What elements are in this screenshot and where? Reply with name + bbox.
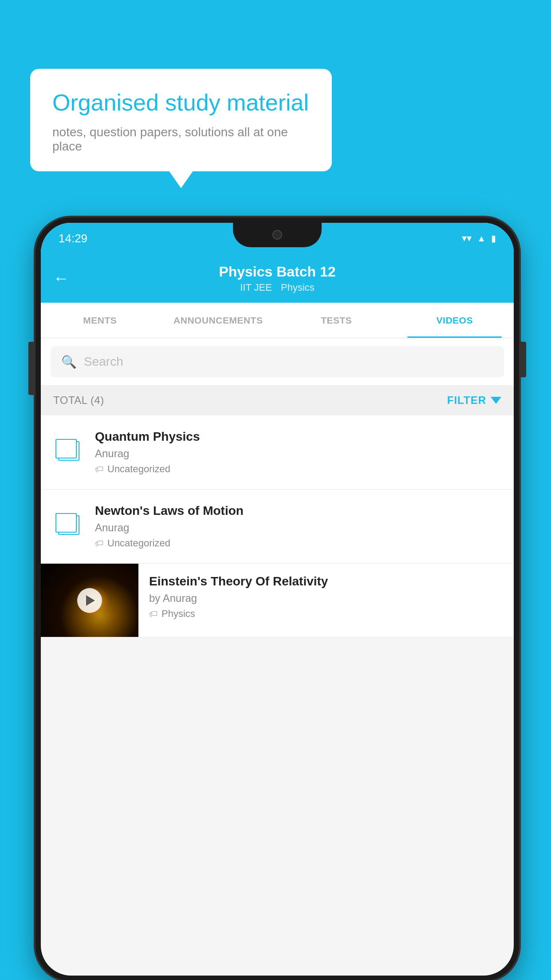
- filter-label: FILTER: [447, 394, 486, 407]
- filter-bar: TOTAL (4) FILTER: [41, 385, 514, 415]
- thumb-item-details: Einstein's Theory Of Relativity by Anura…: [138, 564, 514, 630]
- item-details-2: Newton's Laws of Motion Anurag 🏷 Uncateg…: [95, 504, 501, 549]
- thumbnail-bg: [41, 564, 138, 637]
- filter-button[interactable]: FILTER: [447, 394, 501, 407]
- bubble-title: Organised study material: [52, 89, 310, 116]
- content-list: Quantum Physics Anurag 🏷 Uncategorized: [41, 415, 514, 637]
- search-box[interactable]: 🔍 Search: [51, 346, 504, 377]
- item-title-2: Newton's Laws of Motion: [95, 504, 501, 518]
- item-title: Quantum Physics: [95, 430, 501, 444]
- tag-label-3: Physics: [161, 608, 195, 620]
- search-placeholder: Search: [84, 355, 123, 369]
- tabs-bar: MENTS ANNOUNCEMENTS TESTS VIDEOS: [41, 303, 514, 338]
- folder-icon-2: [55, 512, 82, 535]
- tab-videos[interactable]: VIDEOS: [396, 303, 514, 338]
- tab-ments[interactable]: MENTS: [41, 303, 159, 338]
- play-button[interactable]: [77, 588, 102, 613]
- tag-icon-3: 🏷: [149, 609, 158, 619]
- video-item-quantum[interactable]: Quantum Physics Anurag 🏷 Uncategorized: [41, 415, 514, 490]
- item-tag: 🏷 Uncategorized: [95, 463, 501, 475]
- thumb-item-author: by Anurag: [149, 592, 503, 605]
- tab-announcements[interactable]: ANNOUNCEMENTS: [159, 303, 278, 338]
- video-item-einstein[interactable]: Einstein's Theory Of Relativity by Anura…: [41, 564, 514, 637]
- subtitle-iitjee: IIT JEE: [240, 282, 272, 293]
- item-tag-2: 🏷 Uncategorized: [95, 537, 501, 549]
- app-subtitle: IIT JEE Physics: [240, 282, 315, 293]
- tab-tests[interactable]: TESTS: [277, 303, 396, 338]
- phone-frame: 14:29 ▾▾ ▲ ▮ ← Physics Batch 12 IIT JEE …: [35, 217, 519, 980]
- bubble-subtitle: notes, question papers, solutions all at…: [52, 125, 310, 154]
- app-header: ← Physics Batch 12 IIT JEE Physics: [41, 254, 514, 303]
- item-details: Quantum Physics Anurag 🏷 Uncategorized: [95, 430, 501, 475]
- back-button[interactable]: ←: [53, 269, 69, 288]
- item-author-2: Anurag: [95, 522, 501, 534]
- battery-icon: ▮: [491, 233, 496, 244]
- wifi-icon: ▾▾: [462, 233, 472, 244]
- phone-camera: [272, 230, 282, 240]
- folder-page2-2: [55, 513, 77, 533]
- phone-screen: 14:29 ▾▾ ▲ ▮ ← Physics Batch 12 IIT JEE …: [41, 223, 514, 976]
- thumbnail-wrap: [41, 564, 138, 637]
- folder-icon: [55, 438, 82, 461]
- tag-label-2: Uncategorized: [107, 537, 170, 549]
- total-label: TOTAL (4): [53, 394, 104, 407]
- play-triangle-icon: [86, 595, 95, 606]
- speech-bubble: Organised study material notes, question…: [30, 69, 332, 171]
- phone-notch: [233, 223, 322, 247]
- status-time: 14:29: [59, 232, 87, 245]
- tag-label: Uncategorized: [107, 463, 170, 475]
- item-icon-wrap-2: [53, 506, 84, 541]
- thumb-item-title: Einstein's Theory Of Relativity: [149, 574, 503, 589]
- search-container: 🔍 Search: [41, 338, 514, 385]
- folder-page2: [55, 439, 77, 458]
- subtitle-physics: Physics: [281, 282, 315, 293]
- thumb-item-tag: 🏷 Physics: [149, 608, 503, 620]
- item-author: Anurag: [95, 447, 501, 460]
- item-icon-wrap: [53, 431, 84, 467]
- tag-icon-2: 🏷: [95, 538, 104, 549]
- search-icon: 🔍: [61, 355, 77, 369]
- signal-icon: ▲: [477, 233, 486, 244]
- app-title: Physics Batch 12: [219, 264, 335, 280]
- filter-triangle-icon: [491, 397, 501, 404]
- status-icons: ▾▾ ▲ ▮: [462, 233, 496, 244]
- video-item-newton[interactable]: Newton's Laws of Motion Anurag 🏷 Uncateg…: [41, 490, 514, 564]
- tag-icon: 🏷: [95, 464, 104, 474]
